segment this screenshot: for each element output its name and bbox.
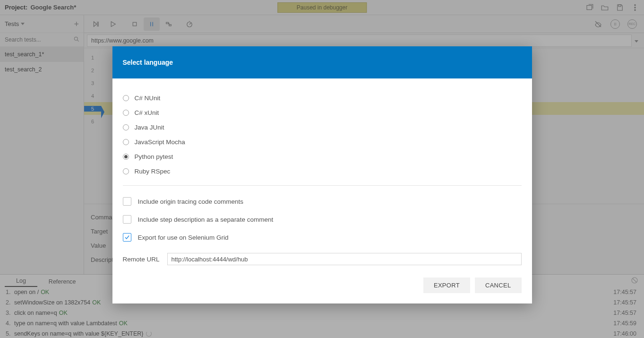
export-grid-checkbox[interactable] (123, 233, 131, 242)
remote-url-input[interactable] (167, 253, 522, 265)
modal-overlay[interactable]: Select language C# NUnitC# xUnitJava JUn… (0, 0, 644, 338)
export-language-dialog: Select language C# NUnitC# xUnitJava JUn… (112, 46, 532, 303)
language-option[interactable]: C# xUnit (123, 105, 522, 120)
export-grid-label: Export for use on Selenium Grid (138, 234, 229, 241)
include-tracing-label: Include origin tracing code comments (138, 198, 244, 205)
radio-icon (123, 95, 129, 101)
remote-url-label: Remote URL (123, 256, 161, 263)
include-step-desc-checkbox[interactable] (123, 215, 131, 224)
language-option[interactable]: Python pytest (123, 149, 522, 164)
radio-icon (123, 168, 129, 174)
language-label: Python pytest (135, 153, 173, 160)
language-label: Ruby RSpec (135, 168, 171, 175)
language-option[interactable]: Ruby RSpec (123, 164, 522, 179)
cancel-button[interactable]: CANCEL (475, 277, 522, 293)
language-option[interactable]: Java JUnit (123, 120, 522, 135)
radio-icon (123, 154, 129, 160)
dialog-title: Select language (112, 46, 532, 78)
radio-icon (123, 124, 129, 130)
language-label: JavaScript Mocha (135, 139, 185, 146)
language-option[interactable]: C# NUnit (123, 91, 522, 105)
language-label: C# xUnit (135, 109, 159, 116)
export-button[interactable]: EXPORT (423, 277, 470, 293)
language-option[interactable]: JavaScript Mocha (123, 135, 522, 149)
include-step-desc-label: Include step description as a separate c… (138, 216, 274, 223)
language-label: C# NUnit (135, 95, 161, 102)
language-label: Java JUnit (135, 124, 164, 131)
radio-icon (123, 139, 129, 145)
include-tracing-checkbox[interactable] (123, 197, 131, 206)
radio-icon (123, 110, 129, 116)
